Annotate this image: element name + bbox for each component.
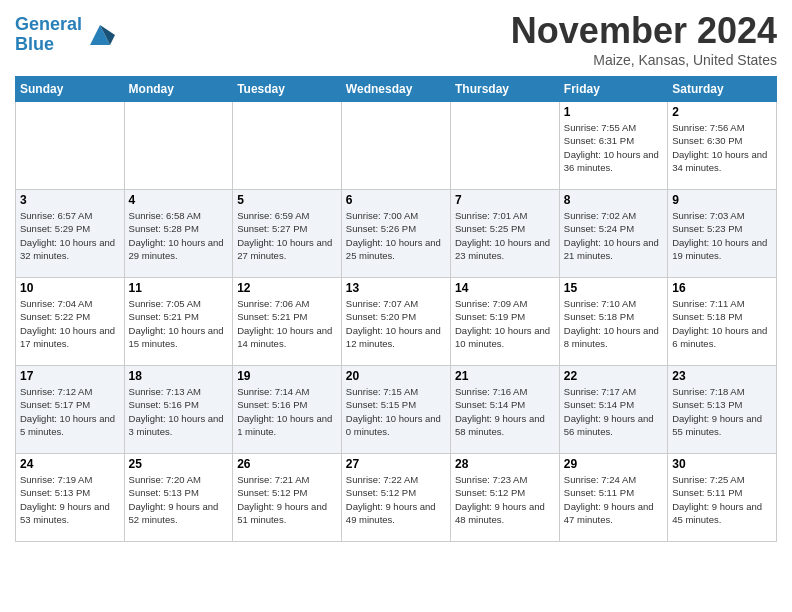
table-row: 3Sunrise: 6:57 AM Sunset: 5:29 PM Daylig… — [16, 190, 125, 278]
table-row: 6Sunrise: 7:00 AM Sunset: 5:26 PM Daylig… — [341, 190, 450, 278]
table-row: 21Sunrise: 7:16 AM Sunset: 5:14 PM Dayli… — [450, 366, 559, 454]
table-row — [233, 102, 342, 190]
day-number: 12 — [237, 281, 337, 295]
table-row: 23Sunrise: 7:18 AM Sunset: 5:13 PM Dayli… — [668, 366, 777, 454]
day-number: 22 — [564, 369, 663, 383]
day-info: Sunrise: 7:01 AM Sunset: 5:25 PM Dayligh… — [455, 209, 555, 262]
day-info: Sunrise: 7:21 AM Sunset: 5:12 PM Dayligh… — [237, 473, 337, 526]
day-number: 20 — [346, 369, 446, 383]
day-number: 29 — [564, 457, 663, 471]
day-number: 11 — [129, 281, 229, 295]
table-row: 15Sunrise: 7:10 AM Sunset: 5:18 PM Dayli… — [559, 278, 667, 366]
day-info: Sunrise: 7:16 AM Sunset: 5:14 PM Dayligh… — [455, 385, 555, 438]
table-row: 20Sunrise: 7:15 AM Sunset: 5:15 PM Dayli… — [341, 366, 450, 454]
table-row: 24Sunrise: 7:19 AM Sunset: 5:13 PM Dayli… — [16, 454, 125, 542]
table-row: 14Sunrise: 7:09 AM Sunset: 5:19 PM Dayli… — [450, 278, 559, 366]
table-row — [16, 102, 125, 190]
calendar-header-row: Sunday Monday Tuesday Wednesday Thursday… — [16, 77, 777, 102]
col-sunday: Sunday — [16, 77, 125, 102]
day-number: 10 — [20, 281, 120, 295]
table-row: 27Sunrise: 7:22 AM Sunset: 5:12 PM Dayli… — [341, 454, 450, 542]
table-row: 16Sunrise: 7:11 AM Sunset: 5:18 PM Dayli… — [668, 278, 777, 366]
month-title: November 2024 — [511, 10, 777, 52]
day-info: Sunrise: 7:06 AM Sunset: 5:21 PM Dayligh… — [237, 297, 337, 350]
table-row — [341, 102, 450, 190]
day-number: 2 — [672, 105, 772, 119]
day-info: Sunrise: 7:02 AM Sunset: 5:24 PM Dayligh… — [564, 209, 663, 262]
day-info: Sunrise: 7:23 AM Sunset: 5:12 PM Dayligh… — [455, 473, 555, 526]
day-number: 19 — [237, 369, 337, 383]
day-number: 27 — [346, 457, 446, 471]
day-info: Sunrise: 7:19 AM Sunset: 5:13 PM Dayligh… — [20, 473, 120, 526]
table-row — [450, 102, 559, 190]
table-row: 2Sunrise: 7:56 AM Sunset: 6:30 PM Daylig… — [668, 102, 777, 190]
table-row: 25Sunrise: 7:20 AM Sunset: 5:13 PM Dayli… — [124, 454, 233, 542]
day-info: Sunrise: 7:55 AM Sunset: 6:31 PM Dayligh… — [564, 121, 663, 174]
table-row: 30Sunrise: 7:25 AM Sunset: 5:11 PM Dayli… — [668, 454, 777, 542]
day-info: Sunrise: 7:00 AM Sunset: 5:26 PM Dayligh… — [346, 209, 446, 262]
day-info: Sunrise: 7:03 AM Sunset: 5:23 PM Dayligh… — [672, 209, 772, 262]
table-row: 19Sunrise: 7:14 AM Sunset: 5:16 PM Dayli… — [233, 366, 342, 454]
day-number: 28 — [455, 457, 555, 471]
col-wednesday: Wednesday — [341, 77, 450, 102]
day-number: 15 — [564, 281, 663, 295]
day-info: Sunrise: 7:14 AM Sunset: 5:16 PM Dayligh… — [237, 385, 337, 438]
col-saturday: Saturday — [668, 77, 777, 102]
day-info: Sunrise: 7:07 AM Sunset: 5:20 PM Dayligh… — [346, 297, 446, 350]
table-row: 10Sunrise: 7:04 AM Sunset: 5:22 PM Dayli… — [16, 278, 125, 366]
day-info: Sunrise: 7:18 AM Sunset: 5:13 PM Dayligh… — [672, 385, 772, 438]
day-number: 26 — [237, 457, 337, 471]
day-info: Sunrise: 7:15 AM Sunset: 5:15 PM Dayligh… — [346, 385, 446, 438]
table-row: 12Sunrise: 7:06 AM Sunset: 5:21 PM Dayli… — [233, 278, 342, 366]
day-info: Sunrise: 7:04 AM Sunset: 5:22 PM Dayligh… — [20, 297, 120, 350]
table-row: 17Sunrise: 7:12 AM Sunset: 5:17 PM Dayli… — [16, 366, 125, 454]
day-info: Sunrise: 7:17 AM Sunset: 5:14 PM Dayligh… — [564, 385, 663, 438]
day-number: 18 — [129, 369, 229, 383]
day-number: 4 — [129, 193, 229, 207]
table-row: 28Sunrise: 7:23 AM Sunset: 5:12 PM Dayli… — [450, 454, 559, 542]
day-info: Sunrise: 7:24 AM Sunset: 5:11 PM Dayligh… — [564, 473, 663, 526]
day-number: 16 — [672, 281, 772, 295]
table-row — [124, 102, 233, 190]
day-number: 14 — [455, 281, 555, 295]
title-block: November 2024 Maize, Kansas, United Stat… — [511, 10, 777, 68]
table-row: 1Sunrise: 7:55 AM Sunset: 6:31 PM Daylig… — [559, 102, 667, 190]
table-row: 9Sunrise: 7:03 AM Sunset: 5:23 PM Daylig… — [668, 190, 777, 278]
day-info: Sunrise: 7:13 AM Sunset: 5:16 PM Dayligh… — [129, 385, 229, 438]
day-number: 3 — [20, 193, 120, 207]
day-number: 30 — [672, 457, 772, 471]
day-info: Sunrise: 7:09 AM Sunset: 5:19 PM Dayligh… — [455, 297, 555, 350]
header: General Blue November 2024 Maize, Kansas… — [15, 10, 777, 68]
table-row: 7Sunrise: 7:01 AM Sunset: 5:25 PM Daylig… — [450, 190, 559, 278]
day-number: 1 — [564, 105, 663, 119]
day-info: Sunrise: 7:20 AM Sunset: 5:13 PM Dayligh… — [129, 473, 229, 526]
logo-general: General — [15, 14, 82, 34]
table-row: 5Sunrise: 6:59 AM Sunset: 5:27 PM Daylig… — [233, 190, 342, 278]
logo: General Blue — [15, 15, 115, 55]
day-info: Sunrise: 7:56 AM Sunset: 6:30 PM Dayligh… — [672, 121, 772, 174]
table-row: 11Sunrise: 7:05 AM Sunset: 5:21 PM Dayli… — [124, 278, 233, 366]
day-info: Sunrise: 7:22 AM Sunset: 5:12 PM Dayligh… — [346, 473, 446, 526]
table-row: 18Sunrise: 7:13 AM Sunset: 5:16 PM Dayli… — [124, 366, 233, 454]
day-number: 23 — [672, 369, 772, 383]
day-info: Sunrise: 6:59 AM Sunset: 5:27 PM Dayligh… — [237, 209, 337, 262]
page-container: General Blue November 2024 Maize, Kansas… — [0, 0, 792, 547]
day-number: 8 — [564, 193, 663, 207]
day-number: 5 — [237, 193, 337, 207]
day-info: Sunrise: 7:25 AM Sunset: 5:11 PM Dayligh… — [672, 473, 772, 526]
table-row: 29Sunrise: 7:24 AM Sunset: 5:11 PM Dayli… — [559, 454, 667, 542]
table-row: 4Sunrise: 6:58 AM Sunset: 5:28 PM Daylig… — [124, 190, 233, 278]
day-number: 7 — [455, 193, 555, 207]
logo-icon — [85, 20, 115, 50]
col-monday: Monday — [124, 77, 233, 102]
day-info: Sunrise: 6:57 AM Sunset: 5:29 PM Dayligh… — [20, 209, 120, 262]
col-tuesday: Tuesday — [233, 77, 342, 102]
day-number: 13 — [346, 281, 446, 295]
day-info: Sunrise: 7:12 AM Sunset: 5:17 PM Dayligh… — [20, 385, 120, 438]
day-number: 25 — [129, 457, 229, 471]
table-row: 8Sunrise: 7:02 AM Sunset: 5:24 PM Daylig… — [559, 190, 667, 278]
table-row: 22Sunrise: 7:17 AM Sunset: 5:14 PM Dayli… — [559, 366, 667, 454]
day-number: 17 — [20, 369, 120, 383]
day-info: Sunrise: 7:05 AM Sunset: 5:21 PM Dayligh… — [129, 297, 229, 350]
location: Maize, Kansas, United States — [511, 52, 777, 68]
